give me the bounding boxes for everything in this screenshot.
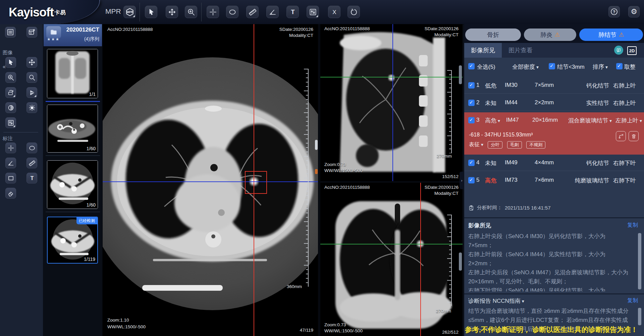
feature-dropdown[interactable]: 表征: [469, 142, 483, 147]
tab-image-view-label: 图片查看: [508, 46, 533, 54]
rail-ruler-button[interactable]: [26, 158, 37, 168]
sagittal-wwwl-label: WW/WL:1500/-500: [324, 168, 363, 173]
axial-viewport[interactable]: AccNO:202101158888 SDate:20200126 Modali…: [103, 24, 318, 336]
coronal-viewport[interactable]: AccNO:202101158888 SDate:20200126 Modali…: [320, 183, 463, 336]
annotate-tools-label: 标注: [3, 135, 13, 142]
row-checkbox[interactable]: [468, 100, 475, 106]
nodule-row-3-selected[interactable]: 3 高危 IM47 20×16mm 混合磨玻璃结节 左肺上叶 -618 - 34…: [464, 112, 644, 155]
rail-rectangle-button[interactable]: [5, 173, 16, 183]
rail-cine-play-button[interactable]: [26, 87, 37, 98]
findings-copy-link[interactable]: 复制: [627, 222, 638, 229]
text-tool-button[interactable]: T: [286, 6, 299, 18]
nodule-location-dropdown[interactable]: 左肺上叶: [615, 117, 642, 124]
thumbnail-axial-detected[interactable]: 已经检测 1/119: [47, 217, 98, 264]
small-nodule-checkbox[interactable]: [549, 63, 555, 69]
pan-tool-button[interactable]: [166, 6, 178, 18]
coronal-scrollbar[interactable]: [459, 253, 462, 271]
rail-angle-button[interactable]: [5, 158, 16, 168]
rail-pointer-button[interactable]: [5, 57, 16, 68]
thumbnail-axial-soft[interactable]: 1/60: [47, 105, 98, 153]
tab-fracture[interactable]: 骨折: [465, 29, 521, 41]
panel-collapse-handle[interactable]: ›: [460, 172, 464, 189]
clear-annotations-button[interactable]: X: [328, 6, 340, 18]
axial-ct-image: [103, 24, 318, 336]
mpr-button[interactable]: MPR: [123, 6, 136, 18]
rail-window-level-button[interactable]: [5, 117, 16, 128]
nodule-risk-dropdown[interactable]: 高危: [485, 117, 500, 124]
cursor-icon: [148, 8, 155, 16]
rail-eraser-button[interactable]: [5, 188, 16, 199]
tab-imaging-findings[interactable]: 影像所见: [464, 43, 502, 58]
report-scrollbar[interactable]: [638, 308, 641, 325]
row-checkbox[interactable]: [468, 117, 475, 123]
locate-nodule-button[interactable]: [616, 131, 626, 141]
axial-nodule-position-marker[interactable]: [315, 169, 318, 174]
thumbnail-scout[interactable]: 1/1: [47, 49, 98, 98]
round-checkbox[interactable]: [616, 63, 623, 69]
mpr-mode-label: MPR: [105, 7, 121, 15]
report-section-title[interactable]: 诊断报告 NCCN指南: [468, 297, 524, 305]
sort-dropdown[interactable]: 排序: [593, 63, 608, 71]
report-copy-link[interactable]: 复制: [627, 297, 638, 304]
rail-brightness-button[interactable]: [26, 102, 37, 113]
rail-ellipse-button[interactable]: [26, 143, 37, 153]
rail-rotate-button[interactable]: [5, 87, 16, 98]
nodule-type-dropdown[interactable]: 混合磨玻璃结节: [568, 117, 612, 124]
axial-date-label: SDate:20200126: [279, 27, 313, 32]
rail-magnify-button[interactable]: [26, 72, 37, 83]
tab-image-view[interactable]: 图片查看: [502, 43, 539, 58]
2d-view-button[interactable]: 2D: [627, 46, 637, 55]
axial-scroll-thumb[interactable]: [315, 140, 318, 150]
reset-rotate-button[interactable]: [347, 6, 360, 18]
ruler-tool-button[interactable]: [246, 6, 259, 18]
select-all-checkbox[interactable]: [468, 63, 475, 69]
ruler-icon: [249, 8, 257, 16]
folder-button[interactable]: [46, 26, 61, 38]
layout-close-button[interactable]: [26, 27, 37, 38]
nodule-row-5[interactable]: 5 高危 IM73 7×6mm 纯磨玻璃结节 右肺下叶: [464, 172, 644, 188]
rail-zoom-in-button[interactable]: [5, 72, 16, 83]
density-dropdown[interactable]: 全部密度: [512, 63, 539, 71]
row-checkbox[interactable]: [468, 160, 475, 166]
pan-icon: [168, 8, 176, 16]
filter-row: 全选(5) 全部密度 结节<3mm 排序 取整: [464, 58, 644, 75]
crosshair-tool-button[interactable]: [207, 6, 219, 18]
crosshair-vertical-blue[interactable]: [392, 24, 393, 181]
analysis-time-row: 分析时间：2021/11/15 16:41:57: [468, 205, 551, 211]
nodule-row-2[interactable]: 2 未知 IM44 2×2mm 实性结节 右肺上叶: [464, 95, 644, 111]
help-button[interactable]: ?: [608, 6, 620, 17]
row-checkbox[interactable]: [468, 82, 475, 89]
rail-text-button[interactable]: T: [26, 173, 37, 183]
report-chat-button[interactable]: [614, 46, 623, 55]
rail-crosshair-button[interactable]: [5, 143, 16, 153]
crosshair-vertical-red[interactable]: [420, 183, 421, 336]
settings-button[interactable]: ⚙: [628, 6, 640, 17]
crosshair-horizontal-green[interactable]: [320, 77, 463, 77]
pointer-tool-button[interactable]: [145, 6, 157, 18]
nodule-row-1[interactable]: 1 低危 IM30 7×5mm 钙化结节 右肺上叶: [464, 77, 644, 94]
nodule-roi-box[interactable]: [245, 171, 267, 194]
sagittal-scrollbar[interactable]: [459, 65, 462, 84]
window-level-tool-button[interactable]: [307, 6, 319, 18]
sagittal-viewport[interactable]: AccNO:202101158888 SDate:20200126 Modali…: [320, 24, 463, 181]
row-checkbox[interactable]: [468, 177, 475, 183]
zoom-in-tool-button[interactable]: [185, 6, 197, 18]
delete-nodule-button[interactable]: [629, 131, 639, 141]
nodule-row-4[interactable]: 4 未知 IM49 4×4mm 钙化结节 右肺下叶: [464, 155, 644, 171]
rail-invert-button[interactable]: [5, 102, 16, 113]
series-header[interactable]: 20200126CT ★★★ (4)序列: [44, 24, 102, 46]
crosshair-horizontal-green[interactable]: [320, 244, 463, 244]
series-panel: 20200126CT ★★★ (4)序列 1/1: [44, 24, 102, 336]
angle-tool-button[interactable]: [266, 6, 279, 18]
findings-scrollbar[interactable]: [638, 233, 641, 289]
tab-pneumonia[interactable]: 肺炎 ⚠: [524, 29, 576, 41]
sagittal-scale-ruler: [447, 70, 452, 153]
report-doc-icon: [616, 48, 621, 53]
tab-lung-nodule[interactable]: 肺结节 ⚠: [579, 29, 643, 41]
ellipse-tool-button[interactable]: [226, 6, 238, 18]
window-level-icon: [309, 8, 317, 16]
thumbnail-axial-bone[interactable]: 1/60: [47, 160, 98, 209]
rail-pan-button[interactable]: [26, 57, 37, 68]
crosshair-horizontal-blue[interactable]: [103, 181, 318, 182]
series-list-button[interactable]: [5, 27, 16, 38]
